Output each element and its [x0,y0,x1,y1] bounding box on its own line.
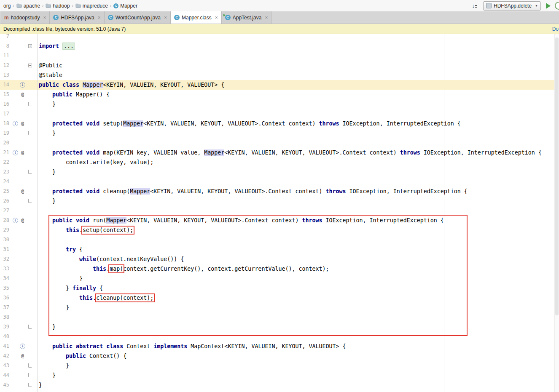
tab-wordcountapp-java[interactable]: CWordCountApp.java× [105,11,171,24]
annotation-marker-icon[interactable]: @ [21,351,24,361]
close-icon[interactable]: × [164,15,167,20]
code-line-14[interactable]: 14↓public class Mapper<KEYIN, VALUEIN, K… [0,80,559,90]
override-marker-icon[interactable]: ↓ [20,82,25,88]
code-line-24[interactable]: 24 [0,177,559,187]
run-configuration-select[interactable]: HDFSApp.delete ▼ [483,1,541,11]
code-line-13[interactable]: 13@Stable [0,70,559,80]
fold-expanded-icon[interactable]: − [28,64,32,67]
gutter-slot [12,332,19,341]
code-line-29[interactable]: 29 this.setup(context); [0,225,559,235]
override-marker-icon[interactable]: ↓ [13,150,18,155]
tab-label: HDFSApp.java [61,15,94,21]
banner-link[interactable]: Do [552,26,559,32]
code-line-45[interactable]: 45} [0,380,559,390]
breadcrumb-item-hadoop[interactable]: hadoop [46,3,70,9]
close-icon[interactable]: × [43,15,46,20]
fold-end-icon[interactable] [28,102,32,106]
fold-end-icon[interactable] [28,363,32,368]
code-line-26[interactable]: 26 } [0,196,559,206]
editor[interactable]: 78+import ...1112−@Public13@Stable14↓pub… [0,34,559,392]
fold-end-icon[interactable] [28,325,32,329]
annotation-marker-icon[interactable]: @ [21,216,24,225]
code-line-15[interactable]: 15@ public Mapper() { [0,90,559,99]
fold-collapsed-icon[interactable]: + [28,44,32,48]
code-line-34[interactable]: 34 } [0,274,559,283]
code-line-21[interactable]: 21↓@ protected void map(KEYIN key, VALUE… [0,148,559,157]
code-line-28[interactable]: 28↓@ public void run(Mapper<KEYIN, VALUE… [0,216,559,225]
code-line-40[interactable]: 40 [0,332,559,341]
scrollbar-thumb[interactable] [555,37,559,315]
code-token: } [39,304,69,311]
code-line-31[interactable]: 31 try { [0,245,559,254]
code-line-38[interactable]: 38 [0,312,559,322]
code-line-27[interactable]: 27 [0,206,559,216]
fold-column [26,380,35,390]
code-line-23[interactable]: 23 } [0,167,559,177]
sort-lines-icon[interactable]: ↓ [472,3,478,8]
highlighted-identifier: Mapper [204,149,224,156]
code-line-11[interactable]: 11 [0,51,559,61]
gutter-slot [12,80,19,90]
fold-end-icon[interactable] [28,383,32,387]
breadcrumb-item-apache[interactable]: apache [16,3,40,9]
line-number: 28 [0,216,12,225]
line-number: 32 [0,254,12,264]
code-line-32[interactable]: 32 while(context.nextKeyValue()) { [0,254,559,264]
override-marker-icon[interactable]: ↓ [13,121,18,126]
code-line-37[interactable]: 37 } [0,303,559,312]
close-icon[interactable]: × [98,15,101,20]
code-line-30[interactable]: 30 [0,235,559,245]
code-line-42[interactable]: 42@ public Context() { [0,351,559,361]
code-line-16[interactable]: 16 } [0,99,559,109]
fold-end-icon[interactable] [28,199,32,203]
line-number: 12 [0,61,12,70]
code-line-12[interactable]: 12−@Public [0,61,559,70]
breadcrumb-item-mapreduce[interactable]: mapreduce [75,3,108,9]
code-line-41[interactable]: 41↓ public abstract class Context implem… [0,341,559,351]
code-line-20[interactable]: 20 [0,138,559,148]
fold-column [26,283,35,293]
vertical-scrollbar[interactable] [554,34,559,392]
override-marker-icon[interactable]: ↓ [13,218,18,223]
code-token: <KEYIN, VALUEIN, KEYOUT, VALUEOUT>.Conte… [143,120,319,127]
code-line-18[interactable]: 18↓@ protected void setup(Mapper<KEYIN, … [0,119,559,128]
fold-end-icon[interactable] [28,131,32,135]
line-number: 27 [0,206,12,216]
sort-bar [475,5,477,6]
close-icon[interactable]: × [265,15,268,20]
annotated-code-box: cleanup(context); [96,295,153,301]
override-marker-icon[interactable]: ↓ [20,344,25,349]
gutter-slot [19,332,26,341]
fold-column [26,119,35,128]
code-line-17[interactable]: 17 [0,109,559,119]
code-line-39[interactable]: 39 } [0,322,559,332]
code-line-8[interactable]: 8+import ... [0,41,559,51]
tab-hadoopstudy[interactable]: mhadoopstudy× [1,11,50,24]
fold-end-icon[interactable] [28,170,32,174]
code-line-19[interactable]: 19 } [0,128,559,138]
fold-end-icon[interactable] [28,373,32,377]
code-line-33[interactable]: 33 this.map(context.getCurrentKey(), con… [0,264,559,274]
breadcrumb-item-org[interactable]: org [3,3,11,9]
code-line-36[interactable]: 36 this.cleanup(context); [0,293,559,303]
code-line-7[interactable]: 7 [0,34,559,41]
code-line-43[interactable]: 43 } [0,361,559,371]
code-area: 78+import ...1112−@Public13@Stable14↓pub… [0,34,559,390]
tab-hdfsapp-java[interactable]: CHDFSApp.java× [50,11,104,24]
breadcrumb-item-mapper[interactable]: CMapper [113,3,137,9]
gutter-slot [19,41,26,51]
run-button[interactable] [546,3,551,9]
close-icon[interactable]: × [215,15,218,20]
code-line-25[interactable]: 25@ protected void cleanup(Mapper<KEYIN,… [0,187,559,196]
annotation-marker-icon[interactable]: @ [21,187,24,196]
tab-apptest-java[interactable]: CAppTest.java× [222,11,272,24]
annotation-marker-icon[interactable]: @ [21,90,24,99]
annotation-marker-icon[interactable]: @ [21,119,24,128]
code-line-44[interactable]: 44 } [0,371,559,380]
annotation-marker-icon[interactable]: @ [21,148,24,157]
gutter-slot [19,157,26,167]
tab-mapper-class[interactable]: CMapper.class× [171,11,222,24]
code-line-22[interactable]: 22 context.write(key, value); [0,157,559,167]
partial-circle-icon[interactable] [555,2,559,10]
code-line-35[interactable]: 35 } finally { [0,283,559,293]
